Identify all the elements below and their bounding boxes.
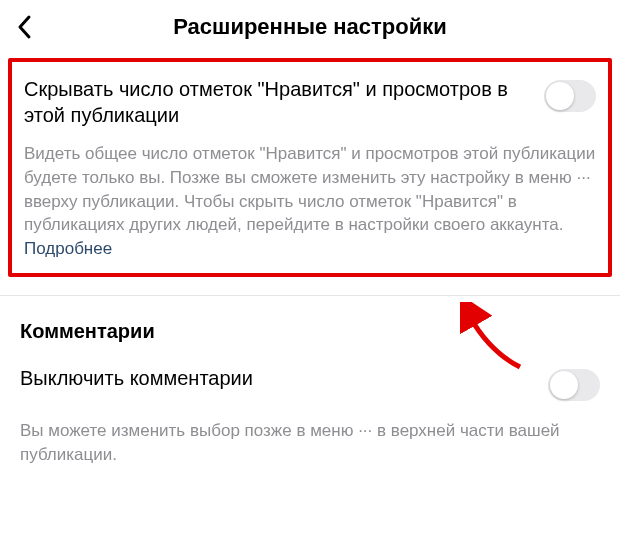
hide-likes-description: Видеть общее число отметок "Нравится" и … xyxy=(24,142,596,261)
disable-comments-description: Вы можете изменить выбор позже в меню ··… xyxy=(0,419,620,467)
learn-more-link[interactable]: Подробнее xyxy=(24,239,112,258)
toggle-knob xyxy=(546,82,574,110)
hide-likes-toggle[interactable] xyxy=(544,80,596,112)
disable-comments-toggle[interactable] xyxy=(548,369,600,401)
hide-likes-title: Скрывать число отметок "Нравится" и прос… xyxy=(24,76,530,128)
disable-comments-title: Выключить комментарии xyxy=(20,365,534,391)
comments-section-title: Комментарии xyxy=(0,296,620,365)
page-title: Расширенные настройки xyxy=(46,14,574,40)
back-icon[interactable] xyxy=(16,14,34,44)
hide-likes-desc-text: Видеть общее число отметок "Нравится" и … xyxy=(24,144,595,234)
hide-likes-section: Скрывать число отметок "Нравится" и прос… xyxy=(8,58,612,277)
toggle-knob xyxy=(550,371,578,399)
